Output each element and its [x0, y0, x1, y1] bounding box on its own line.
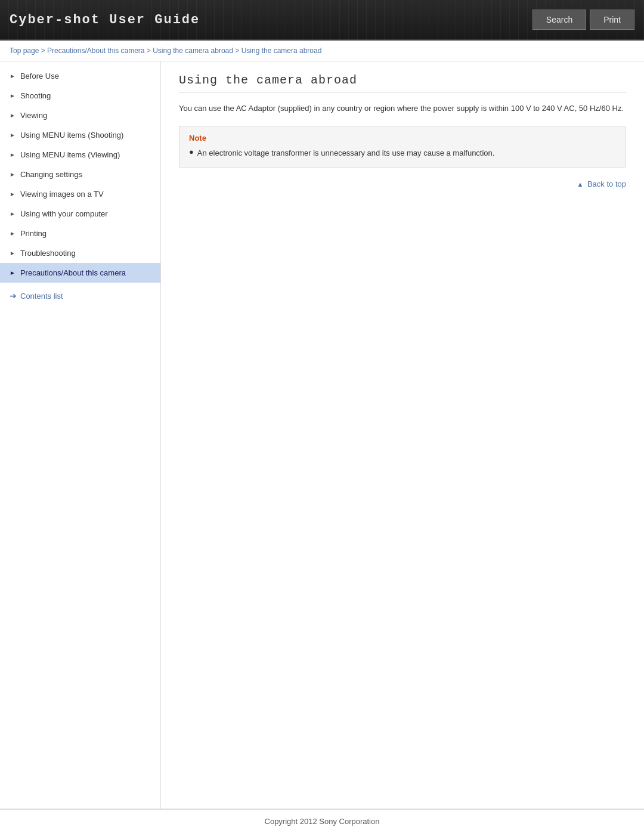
arrow-icon-menu-shooting: ►: [10, 132, 16, 138]
breadcrumb-sep2: >: [147, 47, 153, 55]
arrow-icon-tv: ►: [10, 191, 16, 197]
search-button[interactable]: Search: [532, 10, 586, 30]
print-button[interactable]: Print: [590, 10, 634, 30]
sidebar-label-troubleshooting: Troubleshooting: [20, 249, 76, 258]
sidebar-label-menu-shooting: Using MENU items (Shooting): [20, 131, 123, 140]
note-text: An electronic voltage transformer is unn…: [197, 147, 495, 160]
breadcrumb-sep3: >: [235, 47, 241, 55]
arrow-icon-menu-viewing: ►: [10, 151, 16, 158]
breadcrumb: Top page > Precautions/About this camera…: [0, 41, 644, 61]
header: Cyber-shot User Guide Search Print: [0, 0, 644, 41]
sidebar-label-shooting: Shooting: [20, 91, 51, 100]
bullet-dot: ●: [189, 147, 194, 156]
main-content: Using the camera abroad You can use the …: [161, 61, 644, 809]
arrow-icon-computer: ►: [10, 210, 16, 217]
sidebar-item-troubleshooting[interactable]: ► Troubleshooting: [0, 243, 160, 263]
page-title: Using the camera abroad: [179, 73, 626, 92]
sidebar-label-tv: Viewing images on a TV: [20, 190, 104, 199]
sidebar-item-menu-viewing[interactable]: ► Using MENU items (Viewing): [0, 145, 160, 165]
note-box: Note ● An electronic voltage transformer…: [179, 126, 626, 168]
copyright-text: Copyright 2012 Sony Corporation: [265, 817, 380, 826]
footer: Copyright 2012 Sony Corporation: [0, 809, 644, 833]
sidebar-item-changing-settings[interactable]: ► Changing settings: [0, 165, 160, 184]
sidebar: ► Before Use ► Shooting ► Viewing ► Usin…: [0, 61, 161, 809]
back-to-top-link[interactable]: ▲ Back to top: [577, 179, 626, 188]
breadcrumb-top[interactable]: Top page: [10, 47, 39, 55]
sidebar-item-viewing[interactable]: ► Viewing: [0, 106, 160, 125]
note-title: Note: [189, 134, 616, 143]
sidebar-item-printing[interactable]: ► Printing: [0, 224, 160, 243]
arrow-icon-troubleshooting: ►: [10, 250, 16, 256]
sidebar-item-tv[interactable]: ► Viewing images on a TV: [0, 184, 160, 204]
back-to-top[interactable]: ▲ Back to top: [179, 179, 626, 188]
app-title: Cyber-shot User Guide: [10, 13, 200, 27]
contents-list-link[interactable]: ➔ Contents list: [0, 285, 160, 306]
sidebar-item-computer[interactable]: ► Using with your computer: [0, 204, 160, 224]
sidebar-item-before-use[interactable]: ► Before Use: [0, 66, 160, 86]
breadcrumb-precautions[interactable]: Precautions/About this camera: [47, 47, 144, 55]
arrow-icon-shooting: ►: [10, 92, 16, 99]
breadcrumb-camera-abroad-link[interactable]: Using the camera abroad: [153, 47, 233, 55]
arrow-icon-printing: ►: [10, 230, 16, 237]
sidebar-label-changing-settings: Changing settings: [20, 170, 82, 179]
breadcrumb-sep1: >: [41, 47, 47, 55]
sidebar-label-printing: Printing: [20, 229, 47, 238]
arrow-icon-precautions: ►: [10, 270, 16, 276]
note-bullet: ● An electronic voltage transformer is u…: [189, 147, 616, 160]
arrow-icon-before-use: ►: [10, 73, 16, 79]
sidebar-label-viewing: Viewing: [20, 111, 47, 120]
layout: ► Before Use ► Shooting ► Viewing ► Usin…: [0, 61, 644, 809]
sidebar-item-shooting[interactable]: ► Shooting: [0, 86, 160, 106]
contents-arrow-icon: ➔: [10, 291, 17, 301]
back-to-top-label: Back to top: [587, 179, 626, 188]
sidebar-item-precautions[interactable]: ► Precautions/About this camera: [0, 263, 160, 283]
sidebar-label-menu-viewing: Using MENU items (Viewing): [20, 150, 120, 159]
triangle-up-icon: ▲: [577, 181, 583, 188]
sidebar-item-menu-shooting[interactable]: ► Using MENU items (Shooting): [0, 125, 160, 145]
header-buttons: Search Print: [532, 10, 634, 30]
sidebar-label-before-use: Before Use: [20, 72, 59, 80]
arrow-icon-changing-settings: ►: [10, 171, 16, 178]
breadcrumb-current: Using the camera abroad: [242, 47, 322, 55]
sidebar-label-computer: Using with your computer: [20, 209, 108, 218]
content-paragraph: You can use the AC Adaptor (supplied) in…: [179, 102, 626, 115]
arrow-icon-viewing: ►: [10, 112, 16, 119]
sidebar-label-precautions: Precautions/About this camera: [20, 268, 126, 277]
contents-list-label: Contents list: [20, 292, 63, 301]
